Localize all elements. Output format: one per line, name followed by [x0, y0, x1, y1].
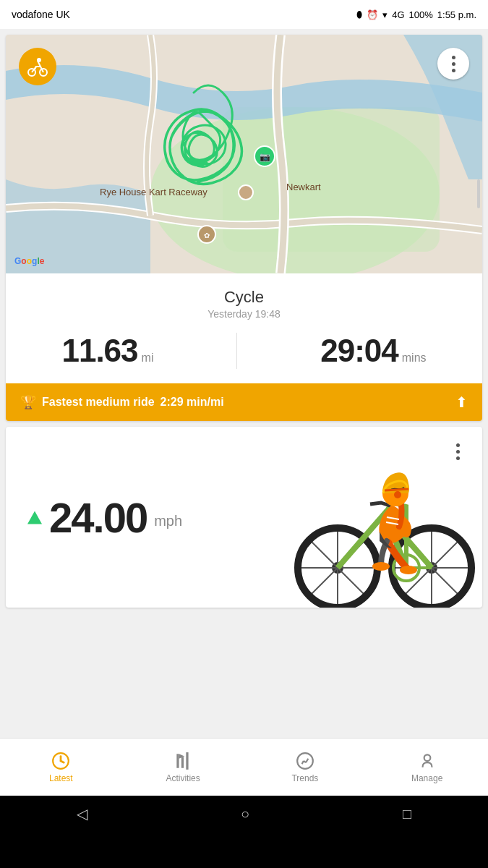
svg-text:✿: ✿ [204, 231, 210, 239]
nav-item-manage[interactable]: Manage [366, 739, 488, 796]
svg-point-32 [372, 562, 390, 571]
trophy-icon: 🏆 [20, 394, 36, 410]
distance-value: 11.63 [61, 333, 137, 369]
stats-row: 11.63 mi 29:04 mins [6, 320, 482, 383]
manage-icon [418, 752, 437, 770]
speed-value: 24.00 [49, 493, 147, 542]
nav-label-manage: Manage [411, 773, 442, 783]
speed-up-arrow [27, 511, 42, 524]
duration-value: 29:04 [320, 333, 398, 369]
svg-rect-40 [186, 752, 188, 770]
duration-unit: mins [402, 352, 427, 365]
activity-info: Cycle Yesterday 19:48 [6, 273, 482, 320]
recents-button[interactable]: □ [403, 806, 411, 822]
map-container: 📷 ✿ Rye House Kart Raceway Newkart [6, 35, 482, 273]
scroll-indicator [477, 179, 480, 208]
cycling-icon [26, 55, 49, 78]
nav-label-activities: Activities [166, 773, 200, 783]
bluetooth-icon: ⬮ [356, 9, 362, 20]
svg-point-31 [400, 566, 417, 574]
map-more-button[interactable] [437, 48, 469, 80]
bottom-nav: Latest Activities Trends [0, 738, 488, 796]
achievement-pace: 2:29 min/mi [160, 396, 224, 409]
distance-unit: mi [142, 352, 154, 365]
time-label: 1:55 p.m. [437, 9, 476, 20]
map-svg: 📷 ✿ Rye House Kart Raceway Newkart [6, 35, 482, 273]
svg-text:Rye House Kart Raceway: Rye House Kart Raceway [100, 187, 207, 197]
speed-card: 24.00 mph [6, 427, 482, 608]
trends-icon [296, 752, 314, 770]
nav-label-trends: Trends [291, 773, 318, 783]
svg-point-5 [239, 185, 253, 200]
speed-unit: mph [154, 513, 182, 529]
svg-line-44 [306, 758, 308, 762]
nav-label-latest: Latest [49, 773, 73, 783]
activity-title: Cycle [20, 288, 468, 307]
svg-point-34 [394, 491, 401, 498]
svg-text:Newkart: Newkart [286, 182, 321, 192]
share-icon[interactable]: ⬆ [455, 393, 468, 411]
google-logo: Google [14, 256, 44, 266]
alarm-icon: ⏰ [367, 9, 378, 20]
activity-badge [19, 48, 56, 85]
back-button[interactable]: ◁ [77, 805, 87, 822]
svg-line-37 [61, 761, 64, 762]
status-icons: ⬮ ⏰ ▾ 4G 100% 1:55 p.m. [356, 9, 476, 20]
activity-date: Yesterday 19:48 [20, 308, 468, 320]
achievement-banner[interactable]: 🏆 Fastest medium ride 2:29 min/mi ⬆ [6, 383, 482, 421]
svg-point-45 [424, 754, 430, 761]
svg-point-13 [37, 58, 41, 62]
nav-item-activities[interactable]: Activities [122, 739, 244, 796]
nav-item-latest[interactable]: Latest [0, 739, 122, 796]
status-bar: vodafone UK ⬮ ⏰ ▾ 4G 100% 1:55 p.m. [0, 0, 488, 29]
svg-rect-2 [223, 107, 440, 252]
stat-divider [236, 333, 237, 369]
svg-rect-39 [181, 757, 184, 767]
main-content: 📷 ✿ Rye House Kart Raceway Newkart [0, 29, 488, 832]
distance-stat: 11.63 mi [61, 333, 153, 369]
achievement-label: Fastest medium ride [42, 396, 155, 409]
nav-item-trends[interactable]: Trends [244, 739, 367, 796]
wifi-icon: ▾ [382, 9, 388, 20]
achievement-text: 🏆 Fastest medium ride 2:29 min/mi [20, 394, 224, 410]
clock-icon [51, 752, 70, 770]
activities-icon [174, 752, 192, 770]
speed-content: 24.00 mph [27, 493, 182, 542]
carrier-label: vodafone UK [12, 9, 70, 20]
android-nav-bar: ◁ ○ □ [0, 796, 488, 832]
svg-point-41 [297, 753, 313, 769]
three-dots-icon [452, 56, 455, 72]
activity-card: 📷 ✿ Rye House Kart Raceway Newkart [6, 35, 482, 421]
cyclist-illustration [280, 441, 482, 608]
svg-text:📷: 📷 [260, 151, 270, 162]
signal-label: 4G [392, 9, 404, 20]
duration-stat: 29:04 mins [320, 333, 426, 369]
battery-label: 100% [409, 9, 433, 20]
svg-rect-38 [176, 754, 179, 768]
home-button[interactable]: ○ [241, 806, 249, 822]
